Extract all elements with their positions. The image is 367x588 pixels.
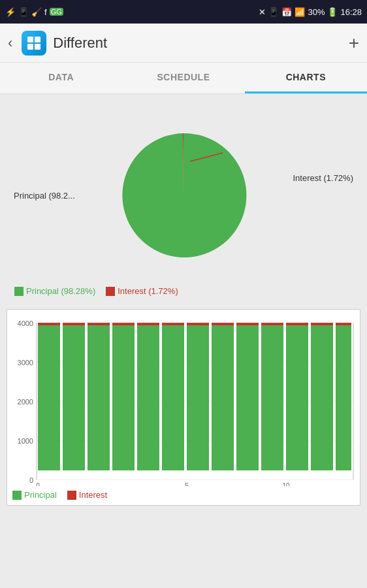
svg-rect-0 <box>27 37 33 42</box>
tab-charts[interactable]: CHARTS <box>245 63 367 93</box>
svg-rect-25 <box>162 325 184 470</box>
battery-pct: 30% <box>308 7 325 17</box>
svg-rect-15 <box>38 325 60 470</box>
app-title: Different <box>53 35 107 52</box>
svg-rect-18 <box>63 323 85 325</box>
svg-rect-24 <box>137 323 159 325</box>
interest-color-box <box>106 287 115 296</box>
svg-rect-26 <box>162 323 184 325</box>
pie-legend: Principal (98.28%) Interest (1.72%) <box>9 284 184 301</box>
svg-rect-37 <box>311 325 333 470</box>
svg-rect-27 <box>187 325 209 470</box>
pie-label-interest: Interest (1.72%) <box>293 173 354 183</box>
bar-legend-principal: Principal <box>12 490 57 500</box>
add-button[interactable]: + <box>349 33 359 54</box>
battery-icon: 🔋 <box>327 7 338 17</box>
pie-chart-svg <box>118 130 249 261</box>
pie-chart-section: Principal (98.2... Interest (1.72%) Prin… <box>7 101 360 305</box>
gg-icon: GG <box>50 8 63 16</box>
svg-text:10: 10 <box>282 482 290 486</box>
svg-text:4000: 4000 <box>18 319 33 327</box>
svg-rect-2 <box>27 44 33 50</box>
status-bar: ⚡ 📱 🧹 f GG ✕ 📱 📅 📶 30% 🔋 16:28 <box>0 0 367 24</box>
pie-label-principal: Principal (98.2... <box>14 191 75 201</box>
bar-chart-section: 0 1000 2000 3000 4000 <box>7 309 360 506</box>
svg-rect-1 <box>35 37 40 42</box>
svg-rect-33 <box>261 325 283 470</box>
bar-principal-color-box <box>12 491 22 500</box>
pie-legend-interest: Interest (1.72%) <box>106 286 178 296</box>
svg-text:1000: 1000 <box>18 437 33 445</box>
svg-rect-34 <box>261 323 283 325</box>
svg-rect-22 <box>112 323 135 325</box>
svg-rect-17 <box>63 325 85 470</box>
svg-rect-3 <box>35 44 40 50</box>
svg-rect-21 <box>112 325 135 470</box>
svg-rect-38 <box>311 323 333 325</box>
interest-legend-label: Interest (1.72%) <box>118 286 178 296</box>
svg-rect-16 <box>38 323 60 325</box>
svg-rect-31 <box>236 325 259 470</box>
usb-icon: ⚡ <box>5 7 16 17</box>
back-button[interactable]: ‹ <box>8 35 12 52</box>
principal-color-box <box>14 287 24 296</box>
app-bar: ‹ Different + <box>0 24 367 63</box>
bar-legend: Principal Interest <box>11 486 356 501</box>
svg-text:2000: 2000 <box>18 398 33 406</box>
svg-rect-19 <box>88 325 110 470</box>
svg-rect-28 <box>187 323 209 325</box>
tab-schedule[interactable]: SCHEDULE <box>122 63 244 93</box>
clock: 16:28 <box>340 7 362 17</box>
status-icons-left: ⚡ 📱 🧹 f GG <box>5 7 63 17</box>
svg-rect-39 <box>336 325 351 470</box>
bar-chart-area: 0 1000 2000 3000 4000 <box>11 316 356 486</box>
tabs-bar: DATA SCHEDULE CHARTS <box>0 63 367 94</box>
svg-text:0: 0 <box>29 476 33 484</box>
sim-icon: 📱 <box>18 7 29 17</box>
app-bar-left: ‹ Different <box>8 31 107 56</box>
svg-rect-40 <box>336 323 351 325</box>
signal-icon: 📶 <box>295 7 305 17</box>
phone-icon: 📱 <box>268 7 279 17</box>
close-icon: ✕ <box>259 7 266 17</box>
svg-rect-35 <box>286 325 308 470</box>
pie-container: Principal (98.2... Interest (1.72%) <box>7 107 360 284</box>
facebook-icon: f <box>44 7 47 17</box>
bar-principal-label: Principal <box>24 490 57 500</box>
status-icons-right: ✕ 📱 📅 📶 30% 🔋 16:28 <box>259 7 362 17</box>
svg-rect-23 <box>137 325 159 470</box>
app-icon <box>22 31 46 56</box>
calendar-icon: 📅 <box>281 7 292 17</box>
pie-legend-principal: Principal (98.28%) <box>14 286 95 296</box>
bar-interest-label: Interest <box>79 490 107 500</box>
clean-icon: 🧹 <box>31 7 42 17</box>
svg-rect-32 <box>236 323 259 325</box>
bar-chart-svg: 0 1000 2000 3000 4000 <box>11 316 356 486</box>
svg-rect-29 <box>212 325 234 470</box>
bar-interest-color-box <box>67 491 76 500</box>
svg-text:3000: 3000 <box>18 359 33 367</box>
svg-text:5: 5 <box>185 482 189 486</box>
svg-rect-20 <box>88 323 110 325</box>
principal-legend-label: Principal (98.28%) <box>26 286 95 296</box>
svg-rect-30 <box>212 323 234 325</box>
svg-rect-36 <box>286 323 308 325</box>
svg-text:0: 0 <box>36 482 40 486</box>
content-area: Principal (98.2... Interest (1.72%) Prin… <box>0 94 367 588</box>
bar-legend-interest: Interest <box>67 490 107 500</box>
tab-data[interactable]: DATA <box>0 63 122 93</box>
